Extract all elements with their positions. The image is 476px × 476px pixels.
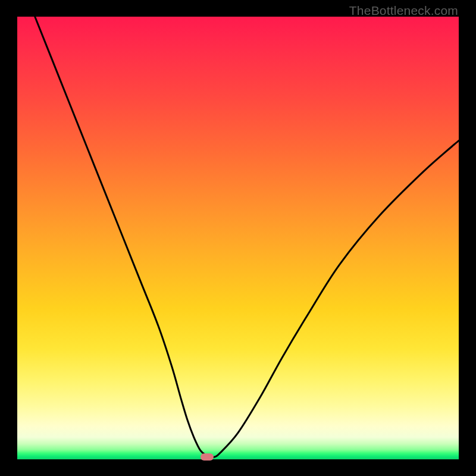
- bottleneck-curve: [17, 17, 459, 459]
- minimum-marker: [201, 453, 214, 461]
- chart-frame: TheBottleneck.com: [0, 0, 476, 476]
- plot-area: [17, 17, 459, 459]
- watermark-text: TheBottleneck.com: [349, 4, 458, 18]
